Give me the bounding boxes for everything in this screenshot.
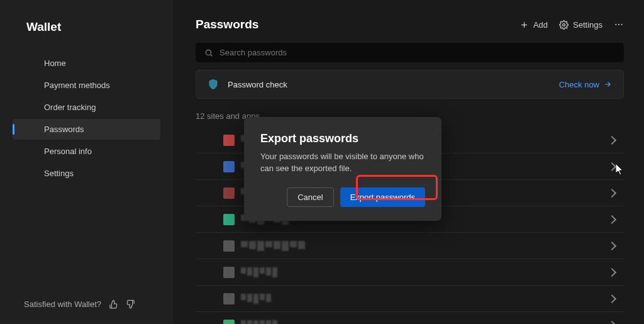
favicon xyxy=(223,293,235,304)
svg-point-1 xyxy=(615,24,616,25)
sidebar-item-settings[interactable]: Settings xyxy=(13,163,160,184)
dots-icon xyxy=(614,20,624,30)
thumbs-down-icon[interactable] xyxy=(126,299,135,309)
check-now-link[interactable]: Check now xyxy=(559,80,612,89)
chevron-right-icon xyxy=(608,215,616,223)
chevron-right-icon xyxy=(608,188,616,197)
sidebar-footer: Satisfied with Wallet? xyxy=(0,288,173,324)
sidebar-item-order-tracking[interactable]: Order tracking xyxy=(13,97,160,118)
plus-icon xyxy=(519,20,529,30)
password-row[interactable] xyxy=(196,286,624,312)
password-check-label: Password check xyxy=(228,80,559,89)
dialog-body: Your passwords will be visible to anyone… xyxy=(260,151,425,175)
favicon xyxy=(223,320,235,325)
sidebar-title: Wallet xyxy=(0,0,173,52)
svg-point-4 xyxy=(206,50,211,55)
chevron-right-icon xyxy=(608,135,616,144)
favicon xyxy=(223,187,235,199)
page-title: Passwords xyxy=(196,18,258,31)
password-row[interactable] xyxy=(196,259,624,286)
shield-icon xyxy=(208,78,219,91)
search-icon xyxy=(204,48,213,57)
chevron-right-icon xyxy=(608,162,616,170)
export-passwords-dialog: Export passwords Your passwords will be … xyxy=(244,117,441,221)
export-passwords-button[interactable]: Export passwords xyxy=(340,187,425,207)
favicon xyxy=(223,214,235,225)
chevron-right-icon xyxy=(608,267,616,276)
svg-point-3 xyxy=(621,24,623,25)
favicon xyxy=(223,240,235,252)
cancel-button[interactable]: Cancel xyxy=(287,187,333,207)
favicon xyxy=(223,267,235,278)
chevron-right-icon xyxy=(608,241,616,250)
arrow-right-icon xyxy=(603,80,612,89)
settings-button[interactable]: Settings xyxy=(559,20,602,30)
search-bar[interactable] xyxy=(196,43,624,62)
site-name-obscured xyxy=(241,294,271,304)
gear-icon xyxy=(559,20,569,30)
more-button[interactable] xyxy=(614,20,624,30)
site-name-obscured xyxy=(241,241,305,251)
password-row[interactable] xyxy=(196,312,624,324)
footer-text: Satisfied with Wallet? xyxy=(24,299,101,309)
main-header: Passwords Add Settings xyxy=(196,18,624,31)
chevron-right-icon xyxy=(608,320,616,324)
add-button[interactable]: Add xyxy=(519,20,548,30)
favicon xyxy=(223,161,235,172)
svg-point-2 xyxy=(618,24,619,25)
site-name-obscured xyxy=(241,320,277,325)
site-name-obscured xyxy=(241,267,277,277)
password-row[interactable] xyxy=(196,233,624,259)
thumbs-up-icon[interactable] xyxy=(109,299,118,309)
svg-point-0 xyxy=(563,23,565,26)
sidebar-item-home[interactable]: Home xyxy=(13,53,160,74)
dialog-title: Export passwords xyxy=(260,132,425,145)
search-input[interactable] xyxy=(219,48,615,57)
sidebar: Wallet Home Payment methods Order tracki… xyxy=(0,0,173,324)
chevron-right-icon xyxy=(608,294,616,303)
sidebar-item-personal-info[interactable]: Personal info xyxy=(13,141,160,162)
sidebar-items: Home Payment methods Order tracking Pass… xyxy=(0,52,173,288)
password-check-card: Password check Check now xyxy=(196,70,624,99)
sidebar-item-passwords[interactable]: Passwords xyxy=(13,119,160,140)
favicon xyxy=(223,135,235,146)
sidebar-item-payment-methods[interactable]: Payment methods xyxy=(13,75,160,96)
